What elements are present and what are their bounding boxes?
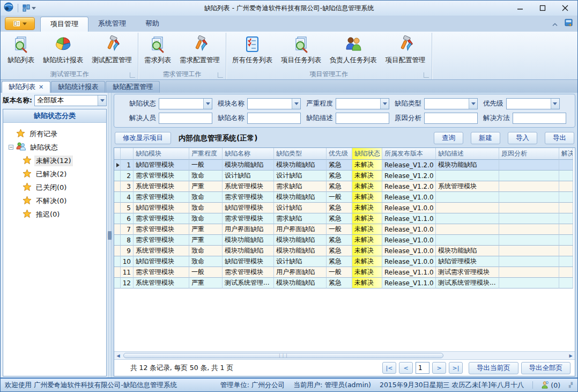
table-row[interactable]: 2需求管理模块致命设计缺陷设计缺陷紧急未解决Release_V1.2.0 xyxy=(114,171,575,181)
tree-item[interactable]: 已解决(2) xyxy=(9,167,105,181)
table-row[interactable]: 6需求管理模块致命需求管理模块需求缺陷紧急未解决Release_V1.1.0 xyxy=(114,213,575,224)
close-button[interactable] xyxy=(556,2,574,14)
filter-input[interactable] xyxy=(424,113,478,124)
people-icon xyxy=(344,35,363,54)
column-header[interactable]: 缺陷名称 xyxy=(223,148,274,160)
tree-item[interactable]: −缺陷状态 xyxy=(9,140,105,154)
ribbon-button[interactable]: 缺陷统计报表 xyxy=(39,33,87,66)
filter-combobox[interactable] xyxy=(506,98,560,109)
table-row[interactable]: 5缺陷管理模块致命缺陷管理模块设计缺陷紧急未解决Release_V1.0.0 xyxy=(114,203,575,213)
resize-grip-icon[interactable]: ▞ xyxy=(569,382,573,388)
column-header[interactable]: 优先级 xyxy=(327,148,352,160)
column-header[interactable]: 严重程度 xyxy=(189,148,223,160)
query-button[interactable]: 查询 xyxy=(434,132,463,144)
filter-combobox[interactable] xyxy=(424,98,478,109)
table-row[interactable]: 12系统管理模块严重测试系统管理...模块功能缺陷紧急未解决Release_V1… xyxy=(114,278,575,289)
last-page-button[interactable]: >| xyxy=(449,362,463,374)
column-header[interactable]: 缺陷状态 xyxy=(352,148,382,160)
dialog-launcher-icon[interactable] xyxy=(218,72,223,78)
filter-field: 模块名称 xyxy=(218,98,301,109)
horizontal-scrollbar[interactable]: ◀ | | | ▶ xyxy=(114,351,575,359)
export-button[interactable]: 导出 xyxy=(545,132,574,144)
column-header[interactable]: 缺陷描述 xyxy=(436,148,499,160)
table-row[interactable]: 4需求管理模块致命需求管理模块模块功能缺陷一般未解决Release_V1.0.0 xyxy=(114,192,575,203)
column-header[interactable]: 缺陷类型 xyxy=(274,148,327,160)
modify-columns-button[interactable]: 修改显示项目 xyxy=(115,132,171,144)
table-row[interactable]: 11需求管理模块一般需求管理模块用户界面缺陷一般未解决Release_V1.1.… xyxy=(114,267,575,278)
collapse-ribbon-button[interactable] xyxy=(552,19,558,29)
ribbon-button[interactable]: 所有任务列表 xyxy=(228,33,277,66)
filter-combobox[interactable] xyxy=(159,98,212,109)
ribbon-button[interactable]: 项目任务列表 xyxy=(277,33,325,66)
ribbon-button[interactable]: 负责人任务列表 xyxy=(325,33,381,66)
cell-solution xyxy=(559,171,573,181)
close-tab-icon[interactable]: ✕ xyxy=(39,84,43,91)
tree-item[interactable]: 不解决(0) xyxy=(9,194,105,208)
filter-field: 解决人员 xyxy=(129,113,212,124)
page-number-input[interactable] xyxy=(416,362,429,374)
sidebar-splitter[interactable]: ■■■■ xyxy=(108,93,112,378)
quick-access-button[interactable] xyxy=(23,4,36,12)
column-header[interactable]: 原因分析 xyxy=(499,148,559,160)
ribbon-tab[interactable]: 系统管理 xyxy=(88,17,136,32)
prev-page-button[interactable]: < xyxy=(399,362,413,374)
chevron-down-icon[interactable] xyxy=(380,99,389,109)
table-row[interactable]: 10缺陷管理模块致命缺陷管理模块设计缺陷紧急未解决Release_V1.0.0缺… xyxy=(114,256,575,267)
tree-item[interactable]: 未解决(12) xyxy=(9,154,105,167)
document-tab[interactable]: 缺陷统计报表 xyxy=(51,81,105,93)
cell-desc xyxy=(436,224,499,235)
dialog-launcher-icon[interactable] xyxy=(424,72,429,78)
ribbon-button[interactable]: 测试配置管理 xyxy=(87,33,136,66)
pager-bar: 共 12 条记录, 每页 50 条, 共 1 页 |< < > >| 导出当前页… xyxy=(114,359,575,376)
document-tab[interactable]: 缺陷列表✕ xyxy=(2,81,50,93)
chevron-down-icon[interactable] xyxy=(98,95,106,106)
maximize-button[interactable] xyxy=(533,2,552,14)
version-select[interactable]: 全部版本 xyxy=(34,95,107,106)
filter-input[interactable] xyxy=(159,113,212,124)
document-tab[interactable]: 缺陷配置管理 xyxy=(106,81,160,93)
next-page-button[interactable]: > xyxy=(432,362,446,374)
ribbon-button-label: 缺陷列表 xyxy=(8,56,34,65)
table-row[interactable]: 9系统管理模块致命模块功能缺陷模块功能缺陷紧急未解决Release_V1.0.0… xyxy=(114,246,575,256)
ribbon-button[interactable]: 需求配置管理 xyxy=(175,33,224,66)
chevron-down-icon[interactable] xyxy=(292,99,300,109)
app-menu-button[interactable] xyxy=(5,17,35,30)
chevron-down-icon[interactable] xyxy=(469,99,477,109)
filter-combobox[interactable] xyxy=(247,98,301,109)
table-row[interactable]: 7需求管理模块严重用户界面缺陷用户界面缺陷一般未解决Release_V1.0.0 xyxy=(114,224,575,235)
table-row[interactable]: 3系统管理模块严重系统管理模块需求缺陷紧急未解决Release_V1.2.0系统… xyxy=(114,181,575,192)
export-all-pages-button[interactable]: 导出全部页 xyxy=(521,362,571,374)
filter-combobox[interactable] xyxy=(336,98,389,109)
column-header[interactable]: 解决方法 xyxy=(559,148,573,160)
column-header[interactable]: 所属发布版本 xyxy=(382,148,436,160)
column-header[interactable]: 缺陷模块 xyxy=(134,148,189,160)
chevron-down-icon[interactable] xyxy=(203,99,212,109)
filter-input[interactable] xyxy=(247,113,301,124)
scrollbar-track[interactable]: | | | xyxy=(122,352,567,359)
collapse-node-icon[interactable]: − xyxy=(9,145,13,150)
ribbon-button[interactable]: 需求列表 xyxy=(140,33,175,66)
new-button[interactable]: 新建 xyxy=(471,132,500,144)
filter-input[interactable] xyxy=(336,113,389,124)
table-row[interactable]: 1缺陷管理模块一般模块功能缺陷模块功能缺陷紧急未解决Release_V1.2.0… xyxy=(114,160,575,171)
tree-item[interactable]: 推迟(0) xyxy=(9,208,105,221)
chevron-down-icon[interactable] xyxy=(551,99,559,109)
first-page-button[interactable]: |< xyxy=(382,362,396,374)
import-button[interactable]: 导入 xyxy=(508,132,537,144)
export-current-page-button[interactable]: 导出当前页 xyxy=(469,362,518,374)
row-indicator xyxy=(114,246,121,256)
table-row[interactable]: 8需求管理模块严重模块功能缺陷模块功能缺陷紧急未解决Release_V1.0.0 xyxy=(114,235,575,246)
tree-item[interactable]: 所有记录 xyxy=(9,127,105,140)
dialog-launcher-icon[interactable] xyxy=(130,72,135,78)
scroll-right-icon[interactable]: ▶ xyxy=(567,352,575,359)
filter-input[interactable] xyxy=(513,113,566,124)
scroll-left-icon[interactable]: ◀ xyxy=(114,352,122,359)
switch-window-button[interactable] xyxy=(565,18,573,29)
ribbon-tab[interactable]: 帮助 xyxy=(136,17,169,32)
ribbon-button[interactable]: 缺陷列表 xyxy=(3,33,39,66)
ribbon-tab[interactable]: 项目管理 xyxy=(40,17,88,32)
ribbon-button[interactable]: 项目配置管理 xyxy=(381,33,430,66)
minimize-button[interactable] xyxy=(511,2,529,14)
scrollbar-thumb[interactable]: | | | xyxy=(123,353,443,358)
tree-item[interactable]: 已关闭(0) xyxy=(9,181,105,194)
